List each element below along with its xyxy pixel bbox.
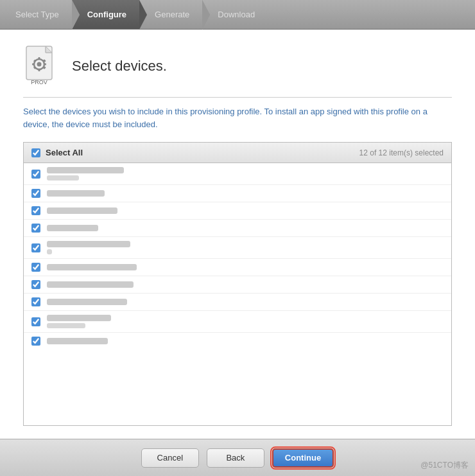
device-checkbox[interactable] [31, 297, 40, 306]
device-row [24, 185, 451, 202]
device-name-block [47, 281, 134, 288]
svg-rect-7 [39, 69, 40, 71]
device-name-block [47, 338, 108, 344]
device-name-block [47, 264, 137, 270]
svg-rect-6 [39, 57, 40, 60]
device-row [24, 294, 451, 311]
device-row [24, 259, 451, 276]
device-sub-bar [47, 249, 52, 254]
description-text: Select the devices you wish to include i… [23, 105, 452, 130]
device-row [24, 237, 451, 259]
device-row [24, 276, 451, 294]
select-all-checkbox[interactable] [31, 148, 40, 157]
device-name-bar [47, 281, 134, 288]
watermark: @51CTO博客 [420, 460, 469, 471]
device-checkbox[interactable] [31, 280, 40, 289]
device-checkbox[interactable] [31, 170, 40, 179]
svg-rect-8 [32, 64, 35, 66]
page-title: Select devices. [72, 58, 167, 75]
device-name-bar [47, 338, 108, 344]
device-name-block [47, 190, 105, 197]
device-checkbox[interactable] [31, 189, 40, 198]
device-row [24, 163, 451, 185]
main-content: PROV Select devices. Select the devices … [0, 30, 475, 439]
device-name-block [47, 241, 130, 254]
breadcrumb-bar: Select Type Configure Generate Download [0, 0, 475, 30]
select-all-row: Select All 12 of 12 item(s) selected [24, 143, 451, 163]
device-checkbox[interactable] [31, 243, 40, 252]
device-checkbox[interactable] [31, 337, 40, 346]
device-checkbox[interactable] [31, 206, 40, 215]
device-row [24, 311, 451, 333]
device-sub-bar [47, 175, 79, 181]
device-name-block [47, 299, 127, 305]
svg-rect-9 [44, 64, 46, 66]
breadcrumb-select-type[interactable]: Select Type [0, 0, 72, 29]
device-list-container: Select All 12 of 12 item(s) selected [23, 142, 452, 426]
breadcrumb-generate[interactable]: Generate [139, 0, 202, 29]
device-list[interactable] [24, 163, 451, 425]
device-name-bar [47, 190, 105, 197]
device-name-bar [47, 167, 124, 173]
device-name-bar [47, 207, 117, 214]
device-name-bar [47, 315, 111, 321]
device-name-block [47, 225, 98, 231]
device-row [24, 333, 451, 349]
device-sub-bar [47, 323, 85, 328]
svg-point-5 [37, 62, 42, 67]
device-row [24, 202, 451, 220]
page-header: PROV Select devices. [23, 45, 452, 98]
device-name-block [47, 207, 117, 214]
device-name-bar [47, 241, 130, 247]
bottom-bar: Cancel Back Continue [0, 439, 475, 476]
device-name-block [47, 315, 111, 328]
breadcrumb-configure[interactable]: Configure [72, 0, 139, 29]
device-checkbox[interactable] [31, 317, 40, 326]
device-name-bar [47, 264, 137, 270]
prov-icon: PROV [23, 45, 62, 87]
continue-button[interactable]: Continue [272, 448, 334, 468]
device-row [24, 220, 451, 237]
device-name-block [47, 167, 124, 181]
cancel-button[interactable]: Cancel [141, 448, 199, 468]
device-name-bar [47, 299, 127, 305]
svg-text:PROV: PROV [31, 79, 48, 85]
item-count: 12 of 12 item(s) selected [359, 148, 444, 157]
device-name-bar [47, 225, 98, 231]
select-all-label: Select All [46, 148, 83, 157]
device-checkbox[interactable] [31, 224, 40, 233]
back-button[interactable]: Back [207, 448, 264, 468]
device-checkbox[interactable] [31, 263, 40, 272]
breadcrumb-download[interactable]: Download [202, 0, 268, 29]
